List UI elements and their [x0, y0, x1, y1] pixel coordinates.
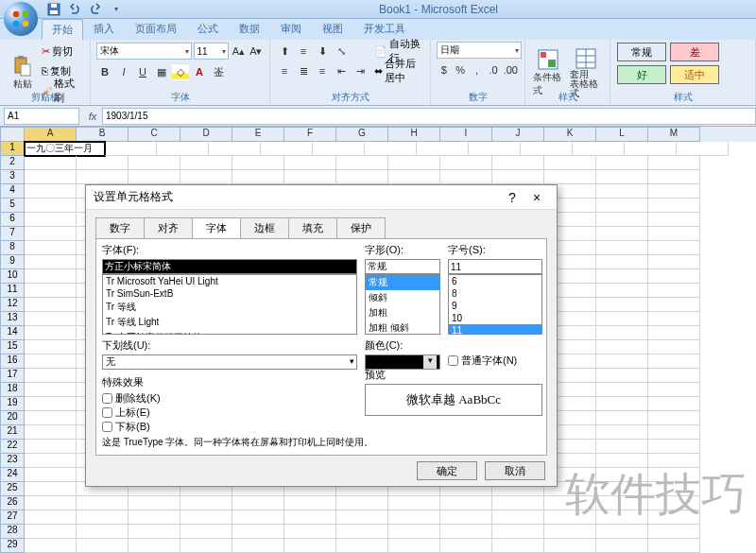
cell[interactable] [648, 184, 700, 199]
cell[interactable] [25, 213, 77, 227]
row-header[interactable]: 9 [0, 255, 25, 269]
font-input[interactable] [102, 259, 357, 274]
cell[interactable] [25, 482, 77, 496]
cell[interactable] [388, 525, 440, 539]
cell[interactable] [77, 525, 129, 539]
cell[interactable] [596, 482, 648, 496]
row-header[interactable]: 20 [0, 411, 25, 425]
cell[interactable] [596, 284, 648, 298]
list-item[interactable]: 9 [449, 300, 541, 312]
cell[interactable] [232, 496, 284, 510]
cell[interactable] [648, 312, 700, 326]
cell[interactable] [648, 440, 700, 454]
style-good[interactable]: 好 [617, 65, 666, 84]
name-box[interactable]: A1 [4, 108, 79, 125]
cell[interactable] [157, 142, 209, 156]
cell[interactable] [648, 354, 700, 369]
ribbon-tab-1[interactable]: 插入 [83, 18, 125, 40]
cell[interactable] [492, 170, 544, 184]
cell[interactable] [440, 170, 492, 184]
cell[interactable] [261, 142, 313, 156]
cell[interactable] [492, 525, 544, 539]
row-header[interactable]: 16 [0, 354, 25, 369]
cell[interactable] [25, 539, 77, 553]
qat-customize[interactable]: ▾ [108, 1, 125, 18]
cell[interactable] [284, 170, 336, 184]
column-header[interactable]: D [180, 127, 232, 142]
cell[interactable] [25, 284, 77, 298]
row-header[interactable]: 21 [0, 425, 25, 440]
row-header[interactable]: 25 [0, 482, 25, 496]
column-header[interactable]: K [544, 127, 596, 142]
cancel-button[interactable]: 取消 [485, 461, 545, 480]
cell[interactable] [596, 326, 648, 340]
cell[interactable] [25, 170, 77, 184]
cell[interactable] [544, 510, 596, 525]
row-header[interactable]: 6 [0, 213, 25, 227]
style-normal[interactable]: 常规 [617, 43, 666, 61]
cell[interactable] [648, 397, 700, 411]
cell[interactable] [129, 156, 180, 170]
cell[interactable] [25, 298, 77, 312]
cell[interactable] [492, 539, 544, 553]
ribbon-tab-0[interactable]: 开始 [42, 19, 83, 40]
align-left-button[interactable]: ≡ [276, 62, 293, 79]
dialog-close-button[interactable]: × [524, 190, 549, 205]
cell[interactable] [77, 510, 129, 525]
cell[interactable] [596, 184, 648, 199]
cell[interactable] [25, 383, 77, 397]
underline-button[interactable]: U [134, 63, 151, 80]
cell[interactable] [388, 170, 440, 184]
cell[interactable] [25, 326, 77, 340]
row-header[interactable]: 22 [0, 440, 25, 454]
cell[interactable] [284, 510, 336, 525]
cell[interactable] [129, 170, 180, 184]
row-header[interactable]: 11 [0, 284, 25, 298]
cell[interactable] [648, 199, 700, 213]
cell[interactable] [648, 539, 700, 553]
cell[interactable] [596, 354, 648, 369]
cell[interactable] [648, 525, 700, 539]
cell[interactable] [648, 156, 700, 170]
cell[interactable] [596, 213, 648, 227]
cell[interactable] [596, 255, 648, 269]
subscript-checkbox[interactable]: 下标(B) [102, 420, 357, 434]
cell[interactable] [25, 156, 77, 170]
column-header[interactable]: M [648, 127, 700, 142]
row-header[interactable]: 23 [0, 454, 25, 468]
cell[interactable] [25, 397, 77, 411]
select-all-corner[interactable] [0, 127, 25, 142]
row-header[interactable]: 4 [0, 184, 25, 199]
list-item[interactable]: 11 [449, 324, 541, 335]
list-item[interactable]: 6 [449, 275, 541, 287]
cell[interactable] [180, 525, 232, 539]
cell[interactable] [596, 227, 648, 241]
cell[interactable] [596, 454, 648, 468]
cell[interactable] [469, 142, 521, 156]
phonetic-button[interactable]: 崟 [210, 63, 227, 80]
cell[interactable] [180, 170, 232, 184]
cell[interactable] [25, 510, 77, 525]
normal-font-checkbox[interactable]: 普通字体(N) [448, 354, 542, 368]
row-header[interactable]: 17 [0, 369, 25, 383]
cell[interactable] [336, 539, 388, 553]
cell[interactable] [573, 142, 625, 156]
cell[interactable] [648, 170, 700, 184]
ok-button[interactable]: 确定 [417, 461, 477, 480]
cell[interactable] [180, 539, 232, 553]
cell[interactable] [596, 510, 648, 525]
column-header[interactable]: H [388, 127, 440, 142]
cell[interactable] [284, 525, 336, 539]
dialog-tab-3[interactable]: 边框 [240, 217, 289, 238]
cell[interactable] [648, 510, 700, 525]
list-item[interactable]: 8 [449, 287, 541, 300]
cell[interactable] [544, 496, 596, 510]
cell[interactable] [648, 284, 700, 298]
dialog-tab-5[interactable]: 保护 [336, 217, 386, 238]
style-input[interactable] [365, 259, 440, 274]
increase-indent-button[interactable]: ⇥ [352, 62, 369, 79]
dialog-tab-1[interactable]: 对齐 [144, 217, 193, 238]
cell[interactable] [336, 156, 388, 170]
cell[interactable] [77, 539, 129, 553]
cell[interactable] [25, 269, 77, 284]
